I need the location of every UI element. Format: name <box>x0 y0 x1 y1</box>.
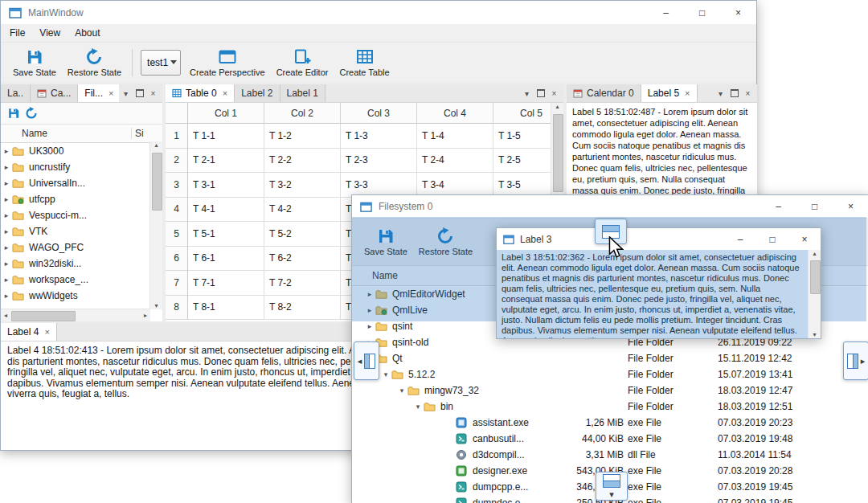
dock-indicator-right[interactable]: ▸ <box>843 341 868 380</box>
tree-item[interactable]: ▸utfcpp <box>1 191 162 207</box>
save-state-button[interactable]: Save State <box>7 47 62 79</box>
expand-arrow-icon[interactable]: ▸ <box>1 147 12 155</box>
table-cell[interactable]: T 3-4 <box>417 173 493 198</box>
table-cell[interactable]: T 1-3 <box>341 124 417 149</box>
tree-item[interactable]: ▸Vespucci-m... <box>1 207 162 223</box>
table-cell[interactable]: T 1-4 <box>417 124 493 149</box>
table-cell[interactable]: T 5-1 <box>188 222 264 247</box>
expand-arrow-icon[interactable]: ▸ <box>1 292 12 300</box>
tree-item[interactable]: ▸wwWidgets <box>1 288 162 304</box>
dock-indicator-bottom[interactable]: ▾ <box>596 472 628 501</box>
table-cell[interactable]: T 6-2 <box>264 247 341 272</box>
scrollbar-thumb[interactable] <box>11 311 76 321</box>
table-cell[interactable]: T 4-2 <box>264 198 341 223</box>
table-cell[interactable]: T 8-2 <box>264 296 341 321</box>
table-cell[interactable]: T 3-5 <box>493 173 551 198</box>
table-cell[interactable]: T 2-2 <box>264 149 341 174</box>
tree-item[interactable]: ▸UK3000 <box>1 143 162 159</box>
scrollbar-thumb[interactable] <box>553 114 563 192</box>
maximize-button[interactable]: □ <box>684 1 720 24</box>
close-button[interactable]: × <box>788 228 821 250</box>
expand-arrow-icon[interactable]: ▸ <box>1 163 12 171</box>
expand-arrow-icon[interactable]: ▸ <box>1 195 12 203</box>
row-header[interactable]: 6 <box>166 247 188 272</box>
column-header[interactable]: Col 2 <box>264 103 341 124</box>
scroll-down-icon[interactable]: ▾ <box>809 331 821 338</box>
table-cell[interactable]: T 1-1 <box>188 124 264 149</box>
fs-tree-item[interactable]: ▾binFile Folder18.03.2019 12:51 <box>352 399 868 415</box>
row-header[interactable]: 2 <box>166 149 188 174</box>
float-icon[interactable] <box>534 86 547 100</box>
scroll-up-icon[interactable]: ▴ <box>551 103 563 110</box>
float-icon[interactable] <box>727 86 741 100</box>
table-cell[interactable]: T 2-3 <box>341 149 417 174</box>
tab-calendar-0[interactable]: Calendar 0 <box>567 84 641 102</box>
close-icon[interactable]: × <box>146 86 160 100</box>
tab-label-2[interactable]: Label 2 <box>235 84 280 102</box>
close-icon[interactable]: × <box>547 86 561 100</box>
row-header[interactable]: 5 <box>166 222 188 247</box>
tab-close-icon[interactable]: × <box>44 327 49 337</box>
table-cell[interactable]: T 8-1 <box>188 296 264 321</box>
table-cell[interactable]: T 3-1 <box>188 173 264 198</box>
table-cell[interactable]: T 5-2 <box>264 222 341 247</box>
fs-tree-item[interactable]: ▾5.12.2File Folder15.07.2019 13:41 <box>352 366 868 382</box>
tabs-menu-icon[interactable]: ▾ <box>714 86 727 100</box>
fs-tree-item[interactable]: d3dcompil...3,31 MiBdll File11.03.2014 1… <box>352 447 868 463</box>
tab-label-4[interactable]: Label 4× <box>1 323 57 341</box>
dock-indicator-left[interactable]: ◂ <box>354 341 379 380</box>
restore-state-button[interactable]: Restore State <box>62 47 127 79</box>
vertical-scrollbar[interactable]: ▴ ▾ <box>808 250 821 338</box>
table-cell[interactable]: T 2-1 <box>188 149 264 174</box>
save-icon[interactable] <box>5 104 23 122</box>
column-header[interactable]: Col 5 <box>493 103 551 124</box>
scrollbar-thumb[interactable] <box>810 260 821 294</box>
tree-item[interactable]: ▸VTK <box>1 223 162 239</box>
expand-arrow-icon[interactable]: ▸ <box>1 276 12 284</box>
tabs-menu-icon[interactable]: ▾ <box>119 86 133 100</box>
tab-close-icon[interactable]: × <box>223 88 227 98</box>
tree-item[interactable]: ▸UniversalIn... <box>1 175 162 191</box>
tab-fil[interactable]: Fil...× <box>78 84 119 102</box>
perspective-combo[interactable]: test1 <box>141 50 181 76</box>
close-button[interactable]: × <box>833 195 868 218</box>
expand-arrow-icon[interactable]: ▸ <box>1 227 12 235</box>
create-table-button[interactable]: Create Table <box>334 47 395 79</box>
tab-label-5[interactable]: Label 5× <box>641 84 698 102</box>
tabs-menu-icon[interactable]: ▾ <box>520 86 534 100</box>
table-cell[interactable]: T 4-1 <box>188 198 264 223</box>
minimize-button[interactable]: – <box>760 195 796 218</box>
fs-tree-item[interactable]: ▾mingw73_32File Folder18.03.2019 12:47 <box>352 382 868 399</box>
collapse-arrow-icon[interactable]: ▾ <box>396 386 407 395</box>
tab-la[interactable]: La.. <box>1 84 31 102</box>
table-cell[interactable]: T 6-1 <box>188 247 264 272</box>
tree-item[interactable]: ▸WAGO_PFC <box>1 239 162 256</box>
vertical-scrollbar[interactable]: ▴ ▾ <box>149 141 162 309</box>
expand-arrow-icon[interactable]: ▸ <box>1 179 12 187</box>
create-perspective-button[interactable]: Create Perspective <box>184 47 271 79</box>
tab-label-1[interactable]: Label 1 <box>280 84 326 102</box>
restore-icon[interactable] <box>23 104 40 122</box>
collapse-arrow-icon[interactable]: ▾ <box>412 403 424 411</box>
column-header[interactable]: Col 3 <box>341 103 417 124</box>
tree-item[interactable]: ▸uncrustify <box>1 159 162 175</box>
row-header[interactable]: 3 <box>166 173 188 198</box>
table-cell[interactable]: T 1-2 <box>264 124 341 149</box>
scroll-down-icon[interactable]: ▾ <box>150 302 162 309</box>
tab-close-icon[interactable]: × <box>108 88 113 98</box>
horizontal-scrollbar[interactable]: ◂ ▸ <box>1 309 150 321</box>
scroll-up-icon[interactable]: ▴ <box>150 141 162 149</box>
scroll-left-icon[interactable]: ◂ <box>1 312 10 319</box>
minimize-button[interactable]: – <box>724 228 756 250</box>
close-button[interactable]: × <box>720 1 756 24</box>
tree-item[interactable]: ▸win32diski... <box>1 256 162 272</box>
table-cell[interactable]: T 7-1 <box>188 271 264 296</box>
collapse-arrow-icon[interactable]: ▾ <box>380 370 391 378</box>
table-cell[interactable]: T 7-2 <box>264 271 341 296</box>
maximize-button[interactable]: □ <box>796 195 833 218</box>
row-header[interactable]: 4 <box>166 198 188 223</box>
row-header[interactable]: 1 <box>166 124 188 149</box>
fs-tree-item[interactable]: canbusutil...44,00 KiBexe File07.03.2019… <box>352 431 868 447</box>
maximize-button[interactable]: □ <box>756 228 788 250</box>
column-header[interactable]: Col 1 <box>188 103 264 124</box>
